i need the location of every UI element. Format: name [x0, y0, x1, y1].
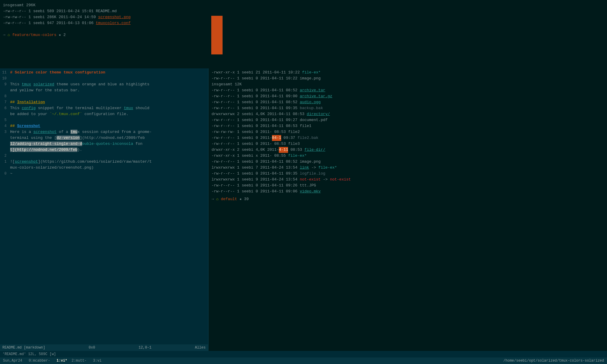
total-line: insgesamt 296K — [3, 2, 211, 8]
fl-file-ex: -rwxr-xr-x 1 seebi x 2011-​​​​​​​ 08:55 … — [212, 153, 604, 159]
vim-pos: 0x0 — [89, 344, 95, 351]
vim-editor[interactable]: 11 # Solarize color theme tmux configura… — [0, 68, 208, 351]
top-left-listing: insgesamt 296K -rw-r--r-- 1 seebi 589 20… — [3, 2, 211, 66]
terminal-screen: insgesamt 296K -rw-r--r-- 1 seebi 589 20… — [0, 0, 607, 364]
line-9: 9 This tmux solarized theme uses orange … — [0, 81, 208, 87]
line-3-cont2: 12/adding-straight-single-and-double-quo… — [0, 141, 208, 147]
fl-total: insgesamt 12K — [212, 81, 604, 87]
line-8: 8 — [0, 93, 208, 99]
line-3-cont1: terminal using the [dz-version](http://n… — [0, 135, 208, 141]
line-0: 0 ~ — [0, 171, 208, 177]
vim-percent: Alles — [195, 344, 206, 351]
fl-row-1: -rwxr-xr-x 1 seebi 21 2011-04-11 10:22 f… — [212, 70, 604, 76]
line-9-cont: and yellow for the status bar. — [0, 87, 208, 93]
tmux-cwd: /home/seebi/opt/solarized/tmux-colors-so… — [503, 357, 604, 364]
fl-row-2: -rw-r--r-- 1 seebi 0 2011-04-11 10:22 im… — [212, 76, 604, 81]
prompt-feature: → ⌂ feature/tmux-colors ★ 2 — [3, 32, 211, 38]
line-6-cont: be added to your `~/.tmux.conf` configur… — [0, 111, 208, 117]
line-6: 6 This config snippet for the terminal m… — [0, 105, 208, 111]
fl-logfile: -rw-r--r-- 1 seebi 0 2011-04-11 09:35 lo… — [212, 171, 604, 177]
fl-backup-bak: -rw-r--r-- 1 seebi 0 2011-04-11 09:35 ba… — [212, 105, 604, 111]
editor-content: 11 # Solarize color theme tmux configura… — [0, 68, 208, 344]
fl-archive-tar-gz: -rw-r--r-- 1 seebi 0 2011-04-11 09:00 ar… — [212, 93, 604, 99]
fl-file-dir: drwxr-xr-x 2 seebi 4,0K 2011-4-11 08:53 … — [212, 147, 604, 153]
line-7: 7 ## Installation — [0, 99, 208, 105]
fl-video-mkv: -rw-r--r-- 1 seebi 0 2011-04-11 09:06 vi… — [212, 189, 604, 194]
line-1: 1 ![screenshot](https://github.com/seebi… — [0, 159, 208, 165]
vim-filename: README.md [markdown] — [2, 344, 45, 351]
vim-file-message: 'README.md' 12L, 589C [w] — [2, 351, 56, 357]
fl-link: lrwxrwxrwx 1 seebi 7 2011-04-24 13:54 li… — [212, 165, 604, 171]
right-prompt: → ⌂ default ★ 39 — [212, 196, 604, 202]
tmux-status-bar: Sun,Apr24 0:mcabber- 1:vi* 2:mutt- 3:vi … — [0, 357, 607, 364]
line-3-cont3: t](http://nodnod.net/2009/feb). — [0, 147, 208, 153]
fl-directory: drwxrwxrwx 2 seebi 4,0K 2011-04-11 08:53… — [212, 111, 604, 117]
line-4: 4 ## Screenshot — [0, 123, 208, 129]
tmux-windows: Sun,Apr24 0:mcabber- 1:vi* 2:mutt- 3:vi — [3, 357, 101, 364]
line-5: 5 — [0, 117, 208, 123]
file-tmuxcolors: -rw-r--r-- 1 seebi 947 2011-04-13 01:06 … — [3, 20, 211, 26]
fl-file3: -rw-r--r-- 1 seebi 0 2011-​​​​​​​ 08:53 … — [212, 141, 604, 147]
fl-ttt-jpg: -rw-r--r-- 1 seebi 0 2011-04-11 09:26 tt… — [212, 183, 604, 189]
blank-line — [3, 26, 211, 32]
line-2: 2 — [0, 153, 208, 159]
line-11: 11 # Solarize color theme tmux configura… — [0, 70, 208, 76]
file-readme: -rw-r--r-- 1 seebi 589 2011-04-24 15:01 … — [3, 8, 211, 14]
top-right-cursor — [211, 2, 604, 66]
fl-file2-bak: -rw-r--r-- 1 seebi 0 2011-04-1 09:37 fil… — [212, 135, 604, 141]
file-screenshot: -rw-rw-r-- 1 seebi 286K 2011-04-24 14:59… — [3, 14, 211, 20]
orange-block-cursor — [211, 16, 223, 54]
main-content: 11 # Solarize color theme tmux configura… — [0, 68, 607, 351]
file-listing-pane: -rwxr-xr-x 1 seebi 21 2011-04-11 10:22 f… — [209, 68, 607, 351]
vim-file-info: 'README.md' 12L, 589C [w] — [0, 351, 607, 357]
fl-not-exist: lrwxrwxrwx 1 seebi 9 2011-04-24 13:54 no… — [212, 177, 604, 183]
top-section: insgesamt 296K -rw-r--r-- 1 seebi 589 20… — [0, 0, 607, 68]
fl-audio-ogg: -rw-r--r-- 1 seebi 0 2011-04-11 08:52 au… — [212, 99, 604, 105]
vim-status-bar: README.md [markdown] 0x0 12,0-1 Alles — [0, 344, 208, 351]
line-1-cont: mux-colors-solarized/screenshot.png) — [0, 165, 208, 171]
fl-document-pdf: -rw-r--r-- 1 seebi 0 2011-04-11 09:27 do… — [212, 117, 604, 123]
fl-image-png: -rw-r--r-- 1 seebi 0 2011-04-11 08:52 im… — [212, 159, 604, 165]
fl-archive-tar: -rw-r--r-- 1 seebi 0 2011-04-11 08:52 ar… — [212, 87, 604, 93]
fl-file2: -rw-rw-rw- 1 seebi 0 2011-​​​​​​​ 08:53 … — [212, 129, 604, 135]
vim-lineinfo: 12,0-1 — [139, 344, 151, 351]
line-3: 3 Here is a screenshot of a tmux session… — [0, 129, 208, 135]
fl-file1: -rw-r--r-- 1 seebi 0 2011-04-11 08:53 fi… — [212, 123, 604, 129]
line-10: 10 — [0, 76, 208, 81]
